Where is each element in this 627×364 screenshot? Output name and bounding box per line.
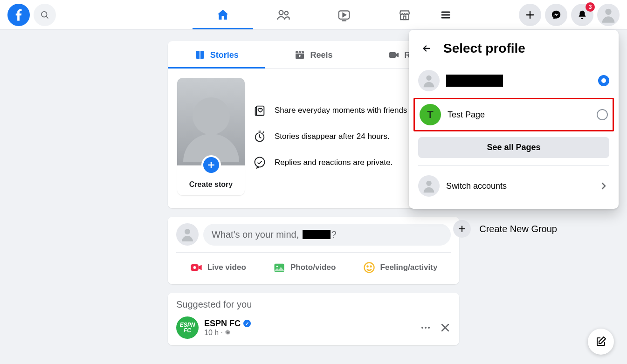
notifications-button[interactable]: 3 (571, 4, 593, 26)
composer-input[interactable]: What's on your mind, ? (203, 224, 451, 246)
cards-heart-icon (253, 103, 266, 117)
hamburger-icon (440, 9, 451, 21)
svg-point-26 (367, 266, 368, 267)
header-menu-overflow[interactable] (434, 4, 457, 26)
story-cover (177, 78, 245, 165)
nav-home[interactable] (193, 0, 253, 29)
photo-video-button[interactable]: Photo/video (267, 257, 341, 278)
suggested-row[interactable]: ESPNFC ESPN FC ✓ 10 h · (176, 316, 451, 339)
nav-marketplace[interactable] (374, 0, 435, 29)
message-icon (253, 156, 266, 170)
create-story-tile[interactable]: Create story (177, 78, 245, 195)
photo-video-label: Photo/video (290, 263, 336, 272)
notification-badge: 3 (586, 2, 595, 12)
divider (418, 165, 609, 166)
stories-icon (194, 49, 206, 61)
search-button[interactable] (34, 4, 56, 26)
feeling-activity-label: Feeling/activity (380, 263, 438, 272)
svg-point-29 (421, 327, 423, 329)
composer-suffix: ? (331, 229, 337, 240)
create-button[interactable] (519, 4, 541, 26)
profile-item-personal[interactable] (409, 65, 619, 96)
svg-point-34 (426, 76, 431, 81)
reels-icon (294, 49, 305, 61)
svg-line-1 (46, 16, 48, 18)
tab-reels-label: Reels (310, 50, 332, 60)
avatar-icon (418, 70, 440, 91)
composer-top: What's on your mind, ? (176, 223, 451, 253)
verified-icon: ✓ (243, 320, 251, 327)
tab-stories[interactable]: Stories (168, 41, 265, 68)
close-icon[interactable] (440, 322, 451, 333)
svg-point-24 (276, 266, 278, 268)
suggested-name: ESPN FC ✓ (204, 319, 251, 329)
svg-point-27 (370, 266, 371, 267)
svg-rect-6 (403, 16, 406, 20)
header-right: 3 (519, 4, 620, 26)
rooms-icon (388, 49, 400, 61)
compose-icon (595, 336, 606, 347)
svg-point-22 (193, 266, 196, 269)
svg-point-20 (185, 229, 190, 234)
back-button[interactable] (418, 40, 435, 57)
create-new-group[interactable]: Create New Group (453, 220, 557, 238)
create-group-label: Create New Group (479, 224, 557, 234)
live-video-button[interactable]: Live video (184, 257, 252, 278)
photo-icon (273, 261, 286, 274)
plus-icon (525, 10, 535, 20)
nav-friends[interactable] (253, 0, 314, 29)
select-profile-dropdown: Select profile T Test Page See all Pages… (409, 30, 619, 209)
avatar-icon (418, 175, 440, 197)
profile-item-test-page[interactable]: T Test Page (415, 99, 613, 130)
search-icon (40, 10, 49, 20)
chevron-right-icon (598, 180, 609, 192)
svg-point-30 (425, 327, 427, 329)
svg-rect-14 (389, 52, 396, 58)
tab-stories-label: Stories (210, 50, 239, 60)
new-message-fab[interactable] (588, 329, 614, 355)
suggested-card: Suggested for you ESPNFC ESPN FC ✓ 10 h … (168, 293, 459, 345)
messenger-button[interactable] (545, 4, 567, 26)
composer-actions: Live video Photo/video Feeling/activity (176, 253, 451, 278)
more-icon[interactable] (420, 322, 431, 333)
feeling-icon (363, 261, 376, 274)
marketplace-icon (398, 8, 412, 22)
home-icon (216, 8, 230, 22)
composer-avatar[interactable] (176, 223, 199, 246)
bullet3-text: Replies and reactions are private. (275, 158, 393, 167)
dropdown-header: Select profile (409, 37, 619, 65)
svg-point-2 (279, 10, 283, 14)
test-page-label: Test Page (448, 110, 590, 120)
account-button[interactable] (597, 4, 620, 26)
feeling-activity-button[interactable]: Feeling/activity (357, 257, 443, 278)
avatar-silhouette (193, 97, 230, 135)
live-video-icon (190, 261, 203, 274)
header-left (0, 4, 56, 26)
espn-avatar: ESPNFC (176, 316, 199, 339)
suggested-title: Suggested for you (176, 299, 451, 310)
plus-icon (453, 220, 471, 238)
see-all-pages-button[interactable]: See all Pages (418, 137, 609, 158)
tab-reels[interactable]: Reels (265, 41, 362, 68)
top-header: 3 (0, 0, 627, 30)
gear-icon (225, 330, 231, 336)
avatar-icon (179, 226, 196, 243)
svg-rect-13 (296, 51, 304, 59)
radio-unselected[interactable] (597, 109, 608, 120)
friends-icon (276, 8, 290, 22)
dropdown-title: Select profile (443, 41, 525, 56)
header-nav (193, 0, 435, 29)
timer-icon (253, 130, 266, 144)
svg-rect-17 (256, 106, 264, 116)
svg-point-31 (428, 327, 430, 329)
live-video-label: Live video (207, 263, 246, 272)
svg-point-0 (41, 11, 47, 17)
redacted-user-name (303, 230, 331, 239)
nav-watch[interactable] (314, 0, 374, 29)
facebook-logo[interactable] (7, 4, 30, 26)
switch-accounts-item[interactable]: Switch accounts (409, 171, 619, 201)
watch-icon (337, 8, 351, 22)
radio-selected[interactable] (598, 75, 609, 86)
bell-icon (577, 10, 587, 20)
switch-accounts-label: Switch accounts (446, 181, 592, 191)
